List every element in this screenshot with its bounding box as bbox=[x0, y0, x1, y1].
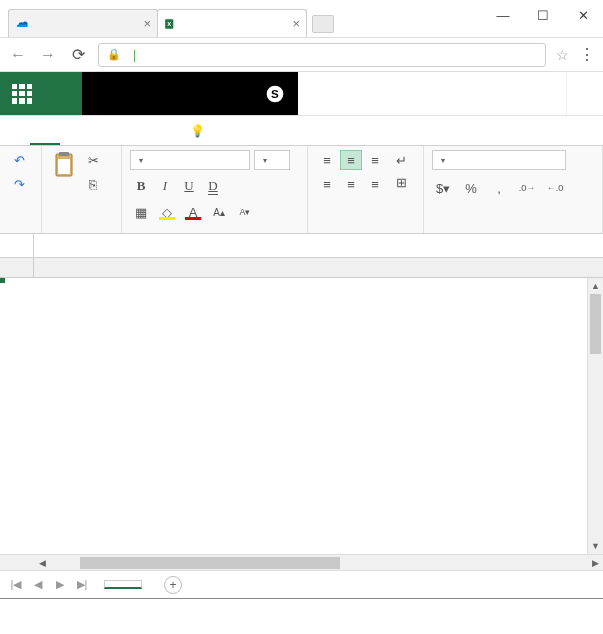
select-all-corner[interactable] bbox=[0, 258, 34, 277]
onedrive-icon bbox=[15, 17, 29, 31]
sheet-nav-prev[interactable]: ◀ bbox=[28, 578, 48, 591]
merge-button[interactable]: ⊞ bbox=[390, 172, 412, 192]
undo-label bbox=[8, 229, 33, 231]
clipboard-icon bbox=[50, 150, 78, 180]
brand-label bbox=[44, 72, 82, 115]
tell-me[interactable]: 💡 bbox=[180, 116, 221, 145]
align-bottom-button[interactable]: ≡ bbox=[364, 150, 386, 170]
skype-button[interactable]: S bbox=[252, 72, 298, 115]
chevron-down-icon: ▾ bbox=[441, 156, 445, 165]
fill-color-button[interactable]: ◇ bbox=[156, 202, 178, 222]
fill-handle[interactable] bbox=[0, 278, 5, 283]
undo-button[interactable]: ↶ bbox=[8, 150, 30, 170]
user-name[interactable] bbox=[530, 72, 566, 115]
horizontal-scrollbar[interactable]: ◀ ▶ bbox=[0, 554, 603, 570]
border-button[interactable]: ▦ bbox=[130, 202, 152, 222]
signout-link[interactable] bbox=[566, 72, 603, 115]
minimize-button[interactable]: — bbox=[483, 0, 523, 30]
tab-view[interactable] bbox=[150, 116, 180, 145]
underline-button[interactable]: U bbox=[178, 176, 200, 196]
active-cell-outline bbox=[0, 278, 4, 282]
waffle-icon bbox=[12, 84, 32, 104]
scroll-right-icon[interactable]: ▶ bbox=[587, 558, 603, 568]
close-window-button[interactable]: ✕ bbox=[563, 0, 603, 30]
browser-tab-onedrive[interactable]: × bbox=[8, 9, 158, 37]
app-launcher[interactable] bbox=[0, 72, 44, 115]
shrink-font-button[interactable]: A▾ bbox=[234, 202, 256, 222]
new-tab-button[interactable] bbox=[312, 15, 334, 33]
grow-font-button[interactable]: A▴ bbox=[208, 202, 230, 222]
maximize-button[interactable]: ☐ bbox=[523, 0, 563, 30]
bold-button[interactable]: B bbox=[130, 176, 152, 196]
vertical-scrollbar[interactable]: ▲ ▼ bbox=[587, 278, 603, 554]
url-field[interactable]: 🔒 | bbox=[98, 43, 546, 67]
spreadsheet-grid[interactable]: ▲ ▼ bbox=[0, 258, 603, 554]
tab-data[interactable] bbox=[90, 116, 120, 145]
svg-text:X: X bbox=[167, 21, 171, 27]
close-icon[interactable]: × bbox=[292, 16, 300, 31]
formula-input[interactable] bbox=[34, 234, 603, 257]
bookmark-icon[interactable]: ☆ bbox=[556, 47, 569, 63]
align-left-button[interactable]: ≡ bbox=[316, 174, 338, 194]
percent-button[interactable]: % bbox=[460, 178, 482, 198]
align-right-button[interactable]: ≡ bbox=[364, 174, 386, 194]
tab-file[interactable] bbox=[0, 116, 30, 145]
status-bar bbox=[0, 598, 603, 620]
close-icon[interactable]: × bbox=[143, 16, 151, 31]
doc-name[interactable] bbox=[82, 72, 252, 115]
tab-home[interactable] bbox=[30, 116, 60, 145]
cut-button[interactable]: ✂ bbox=[82, 150, 104, 170]
browser-tab-grades[interactable]: X × bbox=[157, 9, 307, 37]
increase-decimal-button[interactable]: .0→ bbox=[516, 178, 538, 198]
wrap-text-button[interactable]: ↵ bbox=[390, 150, 412, 170]
scroll-down-icon[interactable]: ▼ bbox=[588, 538, 603, 554]
back-button[interactable]: ← bbox=[8, 45, 28, 65]
sheet-tab[interactable] bbox=[104, 580, 142, 589]
clipboard-label bbox=[50, 229, 113, 231]
font-name-select[interactable]: ▾ bbox=[130, 150, 250, 170]
align-top-button[interactable]: ≡ bbox=[316, 150, 338, 170]
align-middle-button[interactable]: ≡ bbox=[340, 150, 362, 170]
paste-button[interactable] bbox=[50, 150, 78, 184]
svg-rect-5 bbox=[59, 152, 69, 156]
chevron-down-icon: ▾ bbox=[139, 156, 143, 165]
fx-label bbox=[0, 234, 34, 257]
scroll-up-icon[interactable]: ▲ bbox=[588, 278, 603, 294]
comma-button[interactable]: , bbox=[488, 178, 510, 198]
number-label bbox=[432, 229, 594, 231]
svg-rect-6 bbox=[58, 159, 70, 174]
sheet-nav-next[interactable]: ▶ bbox=[50, 578, 70, 591]
tab-insert[interactable] bbox=[60, 116, 90, 145]
skype-icon: S bbox=[265, 84, 285, 104]
ribbon-tabs: 💡 bbox=[0, 116, 603, 146]
excel-icon: X bbox=[164, 17, 178, 31]
font-color-button[interactable]: A bbox=[182, 202, 204, 222]
copy-button[interactable]: ⎘ bbox=[82, 174, 104, 194]
sheet-bar: |◀ ◀ ▶ ▶| + bbox=[0, 570, 603, 598]
sheet-nav-last[interactable]: ▶| bbox=[72, 578, 92, 591]
align-center-button[interactable]: ≡ bbox=[340, 174, 362, 194]
font-size-select[interactable]: ▾ bbox=[254, 150, 290, 170]
chevron-down-icon: ▾ bbox=[263, 156, 267, 165]
formula-bar bbox=[0, 234, 603, 258]
font-label bbox=[130, 229, 299, 231]
sheet-nav-first[interactable]: |◀ bbox=[6, 578, 26, 591]
italic-button[interactable]: I bbox=[154, 176, 176, 196]
tab-review[interactable] bbox=[120, 116, 150, 145]
forward-button: → bbox=[38, 45, 58, 65]
number-format-select[interactable]: ▾ bbox=[432, 150, 566, 170]
add-sheet-button[interactable]: + bbox=[164, 576, 182, 594]
lock-icon: 🔒 bbox=[107, 48, 121, 61]
scroll-thumb[interactable] bbox=[590, 294, 601, 354]
double-underline-button[interactable]: D bbox=[202, 176, 224, 196]
bulb-icon: 💡 bbox=[190, 124, 205, 138]
svg-text:S: S bbox=[271, 87, 279, 100]
decrease-decimal-button[interactable]: ←.0 bbox=[544, 178, 566, 198]
currency-button[interactable]: $▾ bbox=[432, 178, 454, 198]
reload-button[interactable]: ⟳ bbox=[68, 45, 88, 65]
chrome-menu-icon[interactable]: ⋮ bbox=[579, 45, 595, 64]
window-controls: — ☐ ✕ bbox=[483, 0, 603, 30]
scroll-thumb[interactable] bbox=[80, 557, 340, 569]
scroll-left-icon[interactable]: ◀ bbox=[34, 558, 50, 568]
redo-button[interactable]: ↷ bbox=[8, 174, 30, 194]
